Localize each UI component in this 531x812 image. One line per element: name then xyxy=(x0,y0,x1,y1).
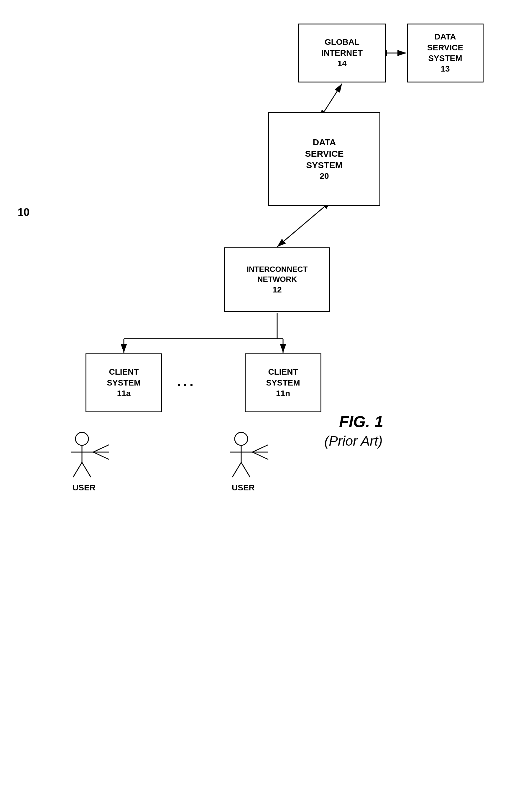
user1-left-leg xyxy=(73,462,82,477)
box-interconnect: INTERCONNECT NETWORK 12 xyxy=(224,247,330,312)
box-dss13-label: DATA SERVICE SYSTEM xyxy=(427,31,463,63)
box-client-11n-label: CLIENT SYSTEM xyxy=(266,367,300,388)
box-global-internet-number: 14 xyxy=(337,58,347,69)
user2-device-line3 xyxy=(252,452,268,460)
arrow-dss20-inet xyxy=(277,207,324,247)
user2-head xyxy=(235,432,248,445)
box-client-11n: CLIENT SYSTEM 11n xyxy=(245,353,321,412)
prior-art-label: (Prior Art) xyxy=(324,433,383,449)
box-dss13: DATA SERVICE SYSTEM 13 xyxy=(407,24,484,83)
user2-label: USER xyxy=(232,483,255,492)
box-global-internet-label: GLOBAL INTERNET xyxy=(321,37,363,58)
user1-label: USER xyxy=(72,483,96,492)
user1-right-leg xyxy=(82,462,91,477)
diagram-container: 10 xyxy=(0,0,531,812)
user2-right-leg xyxy=(241,462,250,477)
box-dss13-number: 13 xyxy=(441,63,450,74)
box-client-11a-label: CLIENT SYSTEM xyxy=(107,367,141,388)
box-dss20-label: DATA SERVICE SYSTEM xyxy=(305,136,344,171)
user1-head xyxy=(75,432,88,445)
box-client-11n-number: 11n xyxy=(276,388,290,399)
fig-label: FIG. 1 xyxy=(339,412,383,431)
box-interconnect-number: 12 xyxy=(273,285,282,295)
user2-device-line1 xyxy=(252,445,268,452)
user1-device-line1 xyxy=(93,445,109,452)
user2-left-leg xyxy=(232,462,241,477)
box-client-11a-number: 11a xyxy=(117,388,131,399)
side-label-10: 10 xyxy=(18,206,29,219)
user1-device-line3 xyxy=(93,452,109,460)
box-interconnect-label: INTERCONNECT NETWORK xyxy=(247,264,308,285)
box-dss20: DATA SERVICE SYSTEM 20 xyxy=(268,112,380,206)
dots-separator: ··· xyxy=(177,377,196,393)
box-dss20-number: 20 xyxy=(320,171,329,182)
box-global-internet: GLOBAL INTERNET 14 xyxy=(298,24,386,83)
box-client-11a: CLIENT SYSTEM 11a xyxy=(85,353,162,412)
arrow-dss20-gi xyxy=(324,84,342,111)
